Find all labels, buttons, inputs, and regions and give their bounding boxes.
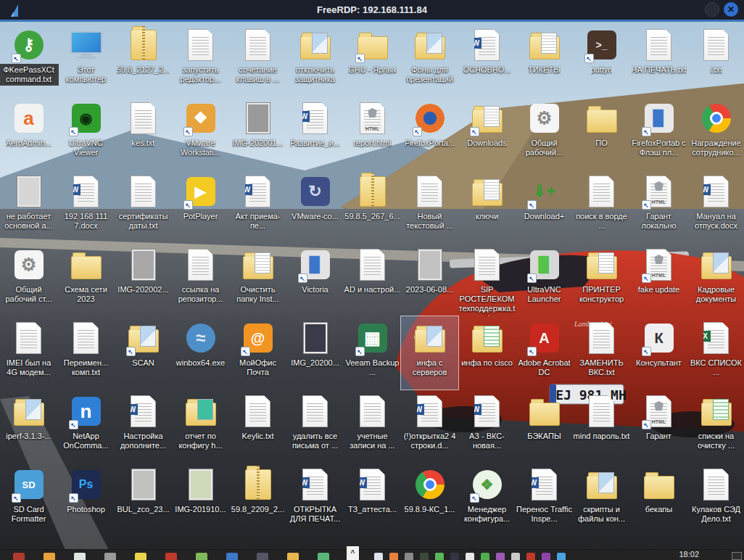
desktop-icon[interactable]: >_↖ puttyn [573,23,630,96]
taskbar-app-icon[interactable] [104,553,116,560]
desktop-icon[interactable]: HTML↖ Гарант локально [630,170,687,243]
desktop-icon[interactable]: ❖↖ VMware Workstati... [172,96,229,170]
taskbar-app-icon[interactable] [257,553,268,560]
desktop-icon[interactable]: a AeroAdmin... [0,96,57,170]
desktop-icon[interactable]: IMEI был на 4G модем... [0,316,57,390]
desktop-icon[interactable]: W ОТКРЫТКА ДЛЯ ПЕЧАТ... [286,463,344,536]
desktop-icon[interactable]: kes.txt [115,96,172,170]
desktop-icon[interactable]: ◉↖ UltraVNC Viewer [57,96,115,170]
desktop-icon[interactable]: ПРИНТЕР конструктор [573,243,630,316]
desktop-icon[interactable]: W Акт приема-пе... [229,170,286,243]
taskbar-app-icon[interactable] [318,553,329,560]
taskbar-tray-icon[interactable] [435,553,444,560]
desktop-icon[interactable]: ↻ VMware-co... [286,170,344,243]
desktop-icon[interactable]: ключи [458,170,516,243]
desktop-icon[interactable]: ≈ winbox64.exe [172,316,229,390]
desktop-icon[interactable]: Фоны для презентаций [401,23,458,96]
desktop-icon[interactable]: IMG_20200... [286,316,344,390]
desktop-icon[interactable]: HTML↖ fake update [630,243,687,316]
desktop-icon[interactable]: ⚷↖ ФKeePassXCt command.txt [0,23,57,96]
desktop-icon[interactable]: К↖ Консультант [630,316,687,390]
desktop-icon[interactable]: 2023-06-08... [401,243,458,316]
desktop-icon[interactable]: W Развитие_и... [286,96,344,170]
desktop-icon[interactable]: Этот компьютер [57,23,115,96]
desktop-icon[interactable]: X ВКС СПИСОК ... [687,316,744,390]
desktop-icon[interactable]: инфа по cisco [458,316,516,390]
desktop-icon[interactable]: инфа с серверов [401,316,458,390]
desktop-icon[interactable]: ⇓+↖ Download+ [516,170,573,243]
desktop-icon[interactable]: HTML report.html [344,96,401,170]
desktop-icon[interactable]: НА ПЕЧАТЬ.txt [630,23,687,96]
taskbar-tray-icon[interactable] [389,553,398,560]
taskbar-app-icon[interactable] [74,553,86,560]
show-desktop-button[interactable] [732,552,742,560]
desktop-icon[interactable]: W (!)открытка2 4 строки.d... [401,390,458,463]
desktop-icon[interactable]: n↖ NetApp OnComma... [57,390,115,463]
taskbar-app-icon[interactable] [226,553,238,560]
taskbar-app-icon[interactable] [44,553,55,560]
desktop-icon[interactable]: SIP РОСТЕЛЕКОМ техподдержка.txt [458,243,516,316]
desktop-icon[interactable]: ▶↖ PotPlayer [172,170,229,243]
desktop-icon[interactable]: не работает основной а... [0,170,57,243]
desktop-icon[interactable]: поиск в ворде ... [573,170,630,243]
desktop-icon[interactable]: ⚙ Общий рабочий ст... [0,243,57,316]
taskbar-app-icon[interactable] [13,553,25,560]
taskbar-tray-icon[interactable] [526,553,535,560]
desktop-icon[interactable]: БЭКАПЫ [516,390,573,463]
desktop-icon[interactable]: ↖ SCAN [115,316,172,390]
taskbar-tray-icon[interactable] [496,553,505,560]
desktop-icon[interactable]: ссылка на репозитор... [172,243,229,316]
taskbar-tray-icon[interactable] [450,553,459,560]
taskbar-tray-icon[interactable] [466,553,474,560]
desktop-icon[interactable]: отчет по конфигу h... [172,390,229,463]
desktop-icon[interactable]: ↖ FirefoxPorta... [401,96,458,170]
taskbar-tray-icon[interactable] [374,553,383,560]
desktop-icon[interactable]: Keylic.txt [229,390,286,463]
minimize-button[interactable] [705,2,719,17]
desktop-icon[interactable]: ▉↖ UltraVNC Launcher [516,243,573,316]
desktop-icon[interactable]: mind пароль.txt [573,390,630,463]
desktop-icon[interactable]: @↖ МойОфис Почта [229,316,286,390]
desktop-icon[interactable]: IMG-201910... [172,463,229,536]
desktop-icon[interactable]: бекапы [630,463,687,536]
desktop-icon[interactable]: ТИКЕТЫ [516,23,573,96]
taskbar-tray-icon[interactable] [511,553,520,560]
desktop-icon[interactable]: отключить защитника [286,23,344,96]
taskbar-tray-icon[interactable] [405,553,413,560]
desktop-icon[interactable]: ЗАМЕНИТЬ ВКС.txt [573,316,630,390]
desktop-icon[interactable]: W ОСНОВНО... [458,23,516,96]
desktop-icon[interactable]: ▉↖ Victoria [286,243,344,316]
desktop-icon[interactable]: W Мануал на отпуск.docx [687,170,744,243]
desktop-icon[interactable]: W ТЗ_аттеста... [344,463,401,536]
taskbar[interactable]: ^ 18:02 [0,549,744,560]
desktop-icon[interactable]: W Перенос Traffic Inspe... [516,463,573,536]
desktop-icon[interactable]: Очистить папку Inst... [229,243,286,316]
desktop-icon[interactable]: W 192 168 111 7.docx [57,170,115,243]
desktop-icon[interactable]: IMG-202001... [229,96,286,170]
remote-desktop[interactable]: Lamborghini EJ 981 MH ⚷↖ ФKeePassXCt com… [0,22,744,550]
desktop-icon[interactable]: сочетание клавиш в ... [229,23,286,96]
taskbar-tray-icon[interactable] [481,553,489,560]
desktop-icon[interactable]: ↖ GHU - Ярлык [344,23,401,96]
desktop-icon[interactable]: 59.8.9-КС_1... [401,463,458,536]
desktop-icon[interactable]: 59.8_2127_2... [115,23,172,96]
desktop-icon[interactable]: Новый текстовый ... [401,170,458,243]
taskbar-tray-icon[interactable] [557,553,566,560]
desktop-icon[interactable]: удалить все письма от ... [286,390,344,463]
desktop-icon[interactable]: iperf-3.1.3-... [0,390,57,463]
desktop-icon[interactable]: Ps↖ Photoshop [57,463,115,536]
taskbar-app-icon[interactable] [196,553,207,560]
taskbar-app-icon[interactable] [165,553,177,560]
titlebar[interactable]: FreeRDP: 192.168.111.84 ✕ [0,0,744,20]
desktop-icon[interactable]: 59.8_2209_2... [229,463,286,536]
desktop-icon[interactable]: Награждение сотруднико... [687,96,744,170]
close-button[interactable]: ✕ [724,2,738,17]
taskbar-tray-icon[interactable] [420,553,429,560]
desktop-icon[interactable]: Переимен... комп.txt [57,316,115,390]
desktop-icon[interactable]: A↖ Adobe Acrobat DC [516,316,573,390]
desktop-icon[interactable]: l.txt [687,23,744,96]
desktop-icon[interactable]: W АЗ - ВКС-новая... [458,390,516,463]
desktop-icon[interactable]: ❖↖ Менеджер конфигура... [458,463,516,536]
desktop-icon[interactable]: SD↖ SD Card Formatter [0,463,57,536]
desktop-icon[interactable]: Кулаков СЭД Дело.txt [687,463,744,536]
